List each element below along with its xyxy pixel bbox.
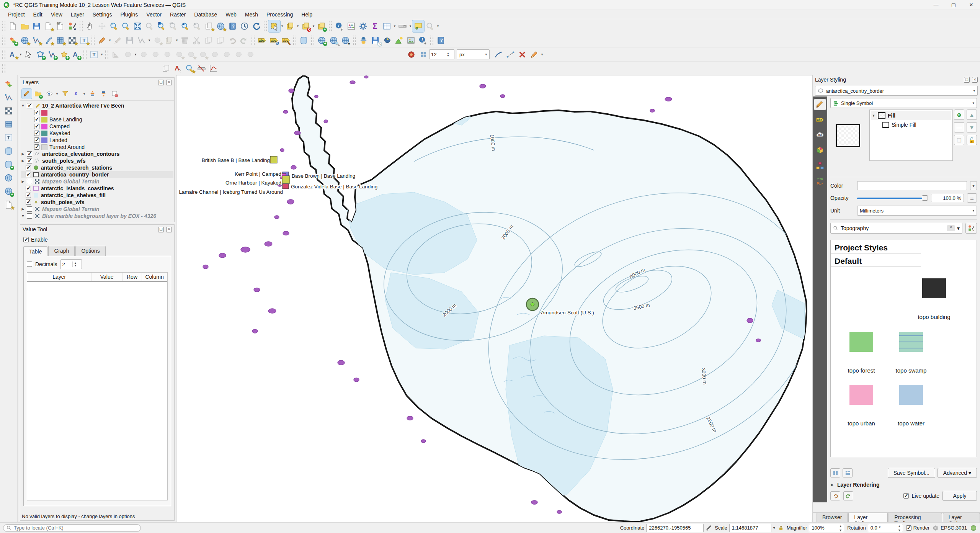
search-dropdown[interactable]: ▾ bbox=[436, 20, 440, 32]
filter-legend-button[interactable] bbox=[60, 89, 70, 99]
crs-value[interactable]: EPSG:3031 bbox=[941, 525, 967, 531]
create-polygon-annotation-button[interactable]: + bbox=[34, 49, 46, 60]
vertex-tool-button[interactable]: ★ bbox=[151, 34, 163, 46]
diagrams-tab-icon[interactable] bbox=[814, 160, 826, 172]
manage-map-themes-button[interactable] bbox=[44, 89, 54, 99]
toolbar-grip[interactable] bbox=[105, 50, 108, 59]
zoom-full-button[interactable] bbox=[132, 20, 144, 32]
mesh-digitizing-button[interactable] bbox=[122, 49, 134, 60]
style-manager-button[interactable]: a bbox=[66, 20, 78, 32]
opacity-data-defined-button[interactable]: ⚍ bbox=[967, 193, 977, 203]
filter-by-expression-button[interactable] bbox=[71, 89, 81, 99]
value-table[interactable]: Layer Value Row Column bbox=[27, 272, 168, 500]
text-annotation-dropdown[interactable]: ▾ bbox=[100, 49, 104, 60]
layer-checkbox[interactable] bbox=[27, 179, 32, 184]
duplicate-symbol-layer-button[interactable]: ❏ bbox=[954, 135, 964, 145]
category-checkbox[interactable] bbox=[34, 131, 39, 136]
open-attribute-table-button[interactable] bbox=[381, 20, 393, 32]
annotation-delete-button[interactable] bbox=[516, 49, 528, 60]
expand-icon[interactable]: ▶ bbox=[21, 180, 25, 183]
datasource-manager-side-button[interactable] bbox=[3, 78, 15, 90]
layer-checkbox[interactable] bbox=[26, 165, 31, 170]
layer-row[interactable]: ▶ south_poles_wfs bbox=[21, 157, 173, 164]
select-features-dropdown[interactable]: ▾ bbox=[280, 20, 284, 32]
annotation-color-button[interactable] bbox=[405, 49, 417, 60]
text-annotation-button[interactable] bbox=[88, 49, 100, 60]
add-raster-layer-button[interactable]: ★ bbox=[66, 34, 78, 46]
messages-icon[interactable] bbox=[970, 525, 977, 531]
column-header-layer[interactable]: Layer bbox=[27, 273, 91, 281]
add-symbol-layer-button[interactable]: ⊕ bbox=[954, 110, 964, 120]
zoom-next-button[interactable]: ▸ bbox=[191, 20, 203, 32]
category-row[interactable]: Base Landing bbox=[21, 116, 173, 123]
add-mesh-layer-side-button[interactable] bbox=[3, 118, 15, 130]
expand-icon[interactable]: ▶ bbox=[21, 152, 25, 156]
styling-close-button[interactable]: ✕ bbox=[972, 77, 978, 83]
remove-symbol-layer-button[interactable]: — bbox=[954, 122, 964, 132]
labels-tab-icon[interactable] bbox=[814, 114, 826, 126]
column-header-value[interactable]: Value bbox=[91, 273, 122, 281]
collapse-icon[interactable]: ▼ bbox=[21, 104, 25, 108]
annotation-style-dropdown[interactable]: ▾ bbox=[540, 49, 544, 60]
apply-button[interactable]: Apply bbox=[942, 491, 977, 501]
layer-checkbox[interactable] bbox=[27, 206, 32, 212]
deselect-dropdown[interactable]: ▾ bbox=[312, 20, 315, 32]
new-project-button[interactable] bbox=[7, 20, 19, 32]
toolbar-grip[interactable] bbox=[353, 36, 356, 45]
modify-attributes-dropdown[interactable]: ▾ bbox=[175, 34, 179, 46]
style-item-topo-water[interactable]: topo water bbox=[890, 385, 932, 427]
add-wms-layer-side-button[interactable] bbox=[3, 172, 15, 184]
digitize-mesh-ruler-button[interactable] bbox=[110, 49, 122, 60]
layer-checkbox[interactable] bbox=[26, 193, 31, 198]
menu-vector[interactable]: Vector bbox=[142, 11, 166, 18]
layer-checkbox[interactable] bbox=[26, 186, 31, 191]
3d-view-tab-icon[interactable] bbox=[814, 145, 826, 156]
toggle-editing-button[interactable] bbox=[112, 34, 124, 46]
pan-map-button[interactable] bbox=[84, 20, 96, 32]
menu-processing[interactable]: Processing bbox=[262, 11, 297, 18]
add-wms-layer-button[interactable]: ★ bbox=[19, 34, 31, 46]
color-dropdown[interactable]: ▾ bbox=[970, 181, 977, 190]
layer-row-selected[interactable]: antarctica_country_border bbox=[21, 171, 173, 178]
menu-raster[interactable]: Raster bbox=[166, 11, 190, 18]
create-line-annotation-button[interactable]: + bbox=[46, 49, 58, 60]
menu-database[interactable]: Database bbox=[190, 11, 221, 18]
statistical-summary-button[interactable] bbox=[345, 20, 357, 32]
python-console-button[interactable] bbox=[358, 34, 369, 46]
layer-checkbox[interactable] bbox=[26, 199, 31, 205]
map-tips-button[interactable] bbox=[412, 20, 424, 32]
expand-icon[interactable]: ▶ bbox=[21, 207, 25, 211]
styling-layer-combo[interactable]: antarctica_country_border ▾ bbox=[815, 86, 978, 96]
expand-all-button[interactable] bbox=[87, 89, 97, 99]
delete-selected-button[interactable] bbox=[179, 34, 191, 46]
pan-to-selection-button[interactable] bbox=[96, 20, 108, 32]
menu-edit[interactable]: Edit bbox=[29, 11, 47, 18]
lock-color-button[interactable]: 🔓 bbox=[967, 135, 977, 145]
menu-help[interactable]: Help bbox=[297, 11, 317, 18]
nominatim-search-button[interactable] bbox=[424, 20, 436, 32]
category-row[interactable]: Camped bbox=[21, 123, 173, 130]
advanced-button[interactable]: Advanced ▾ bbox=[938, 468, 977, 478]
layer-checkbox[interactable] bbox=[27, 213, 32, 219]
style-item-topo-building[interactable]: topo building bbox=[913, 278, 955, 320]
decimals-arrows[interactable]: ▲▼ bbox=[72, 262, 78, 267]
layout-pages-plugin-button[interactable] bbox=[160, 62, 172, 74]
create-text-annotation-button[interactable]: + bbox=[70, 49, 82, 60]
show-statistical-summary-button[interactable] bbox=[369, 20, 381, 32]
layer-labeling-button[interactable] bbox=[256, 34, 268, 46]
layer-row[interactable]: ▶ antarctica_elevation_contours bbox=[21, 150, 173, 157]
value-tool-close-button[interactable]: ✕ bbox=[166, 227, 172, 232]
add-mesh-layer-button[interactable]: ★ bbox=[54, 34, 66, 46]
processing-toolbox-button[interactable] bbox=[357, 20, 369, 32]
lake-polygon-tool-button[interactable] bbox=[381, 34, 393, 46]
layer-row[interactable]: ▼ Blue marble background layer by EOX - … bbox=[21, 213, 173, 219]
fill-node-label[interactable]: Fill bbox=[888, 113, 895, 119]
category-row[interactable]: Turned Around bbox=[21, 144, 173, 150]
layer-row[interactable]: antarctic_islands_coastlines bbox=[21, 185, 173, 192]
mesh-delete-button[interactable] bbox=[209, 49, 220, 60]
add-wfs-layer-side-button[interactable]: + bbox=[3, 185, 15, 197]
history-tab-icon[interactable] bbox=[814, 175, 826, 187]
add-group-button[interactable]: + bbox=[33, 89, 43, 99]
add-geopackage-layer-button[interactable]: ★ bbox=[42, 34, 54, 46]
new-3d-map-view-button[interactable]: ★ bbox=[215, 20, 227, 32]
